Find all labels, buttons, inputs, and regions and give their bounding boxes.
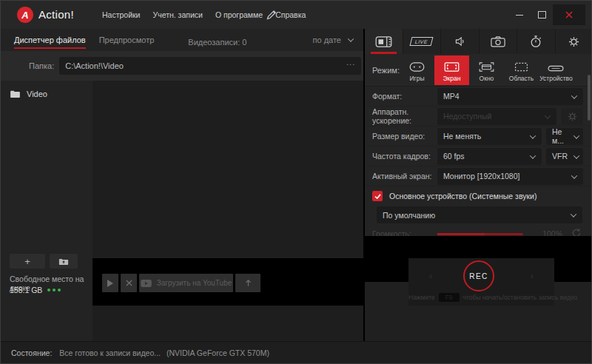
sidebar-buttons: + — [10, 254, 78, 269]
hw-accel-settings-button[interactable] — [561, 108, 583, 125]
menu-item-settings[interactable]: Настройки — [102, 10, 141, 19]
framerate-mode-dropdown[interactable]: VFR — [546, 148, 583, 165]
upload-button[interactable] — [235, 274, 260, 292]
screen-record-icon — [375, 36, 392, 47]
folder-label: Папка: — [29, 61, 54, 70]
primary-device-row: Основное устройство (Системные звуки) — [372, 191, 536, 201]
framerate-dropdown[interactable]: 60 fps — [437, 148, 542, 165]
play-button[interactable] — [102, 274, 118, 292]
chevron-down-icon — [571, 92, 577, 98]
volume-slider[interactable] — [437, 233, 523, 235]
menu-item-about[interactable]: О программе — [215, 10, 263, 19]
window-icon — [479, 62, 494, 72]
primary-device-label: Основное устройство (Системные звуки) — [389, 192, 536, 200]
file-manager-tabs: Диспетчер файлов Предпросмотр Видеозапис… — [1, 29, 363, 51]
chevron-down-icon — [574, 132, 579, 138]
tab-preview[interactable]: Предпросмотр — [99, 31, 155, 49]
mode-games-button[interactable]: Игры — [400, 55, 434, 85]
mode-device-button[interactable]: Устройство — [539, 55, 574, 85]
mode-region-button[interactable]: Область — [504, 55, 539, 85]
folder-path-input[interactable]: C:\Action!\Video ... — [59, 57, 361, 75]
free-space-value: 158.1 GB — [10, 286, 61, 294]
youtube-icon — [141, 280, 152, 287]
chevron-down-icon — [571, 172, 577, 178]
format-row: Формат: MP4 — [365, 87, 592, 107]
sort-value: по дате — [313, 36, 341, 44]
app-logo-letter: A — [21, 10, 28, 21]
tab-settings[interactable] — [555, 29, 592, 54]
sort-dropdown[interactable]: по дате — [313, 36, 353, 44]
format-dropdown[interactable]: MP4 — [437, 88, 583, 105]
tree-item-video[interactable]: Video — [10, 90, 47, 98]
status-label: Состояние: — [11, 348, 52, 357]
tab-file-manager[interactable]: Диспетчер файлов — [14, 31, 86, 49]
add-folder-button[interactable]: + — [10, 254, 45, 269]
gamepad-icon — [409, 62, 425, 72]
screen-icon — [444, 62, 460, 72]
camera-icon — [491, 36, 505, 47]
audio-device-dropdown[interactable]: По умолчанию — [377, 206, 582, 223]
x-icon — [126, 280, 132, 286]
delete-button[interactable] — [121, 274, 137, 292]
app-logo: A — [17, 7, 33, 23]
browse-button[interactable]: ... — [346, 58, 355, 67]
audio-section: Основное устройство (Системные звуки) По… — [365, 186, 592, 234]
upload-arrow-icon — [244, 279, 252, 287]
menu-item-accounts[interactable]: Учетн. записи — [153, 10, 203, 19]
chevron-down-icon — [530, 132, 536, 138]
chevron-down-icon — [574, 152, 579, 158]
active-screen-dropdown[interactable]: Монитор [1920x1080] — [437, 168, 583, 185]
rec-prev-arrow-icon[interactable]: ‹ — [429, 270, 432, 281]
hw-accel-row: Аппаратн. ускорение: Недоступный — [365, 107, 592, 127]
import-folder-icon — [58, 257, 69, 266]
video-size-extra-dropdown[interactable]: Не м... — [546, 128, 583, 145]
tab-live-streaming[interactable]: LIVE — [403, 29, 441, 54]
format-label: Формат: — [372, 92, 437, 101]
chevron-down-icon — [571, 211, 576, 217]
mode-screen-button[interactable]: Экран — [434, 55, 469, 85]
close-icon — [565, 11, 573, 18]
file-manager-panel: Диспетчер файлов Предпросмотр Видеозапис… — [1, 29, 363, 343]
video-size-dropdown[interactable]: Не менять — [437, 128, 542, 145]
stopwatch-icon — [529, 35, 542, 48]
mode-row: Режим: Игры Экран Окно — [365, 54, 592, 87]
active-screen-row: Активный экран: Монитор [1920x1080] — [365, 166, 592, 186]
tab-video-recording[interactable] — [365, 29, 403, 54]
framerate-label: Частота кадров: — [372, 152, 437, 161]
tab-audio-recording[interactable] — [440, 29, 479, 54]
active-screen-label: Активный экран: — [372, 172, 437, 181]
hud-pen-icon[interactable] — [266, 9, 278, 21]
hw-accel-dropdown[interactable]: Недоступный — [437, 108, 556, 125]
import-folder-button[interactable] — [50, 254, 78, 269]
media-preview-strip: Загрузить на YouTube — [92, 258, 363, 306]
tab-screenshots[interactable] — [479, 29, 517, 54]
rec-button[interactable]: REC — [463, 260, 494, 291]
close-button[interactable] — [553, 4, 585, 25]
mode-label: Режим: — [365, 66, 400, 75]
titlebar: A Action! Настройки Учетн. записи О прог… — [1, 1, 591, 29]
capture-tabs: LIVE — [365, 29, 592, 54]
mode-buttons: Игры Экран Окно Область — [400, 55, 574, 85]
minimize-button[interactable] — [508, 4, 531, 25]
folder-path-value: C:\Action!\Video — [65, 61, 124, 70]
file-area: Video + Свободное место на диске 158.1 G… — [1, 81, 363, 343]
status-gpu: (NVIDIA GeForce GTX 570M) — [166, 348, 269, 357]
primary-device-checkbox[interactable] — [372, 191, 383, 201]
tree-item-label: Video — [27, 90, 47, 98]
hotkey-badge: F9 — [439, 293, 460, 302]
upload-youtube-button[interactable]: Загрузить на YouTube — [139, 274, 233, 292]
scrollbar-thumb[interactable] — [588, 75, 591, 121]
media-toolbar: Загрузить на YouTube — [102, 274, 260, 292]
menu-item-help[interactable]: Справка — [275, 10, 306, 19]
hw-accel-label: Аппаратн. ускорение: — [372, 107, 437, 125]
mode-window-button[interactable]: Окно — [469, 55, 504, 85]
videos-counter: Видеозаписи: 0 — [188, 33, 246, 47]
app-title: Action! — [38, 8, 74, 21]
tab-benchmark[interactable] — [517, 29, 555, 54]
maximize-button[interactable] — [531, 4, 553, 25]
folder-tree-sidebar: Video + Свободное место на диске 158.1 G… — [1, 81, 92, 343]
main-area: Диспетчер файлов Предпросмотр Видеозапис… — [1, 29, 591, 343]
rec-next-arrow-icon[interactable]: › — [531, 270, 534, 281]
chevron-down-icon — [530, 152, 536, 158]
device-icon — [548, 65, 564, 72]
